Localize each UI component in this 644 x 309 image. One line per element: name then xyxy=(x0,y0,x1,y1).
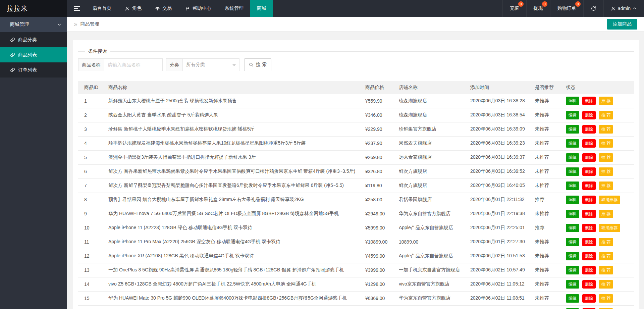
cell-price: ¥4599.00 xyxy=(362,249,395,263)
category-label: 分类 xyxy=(166,58,183,71)
nav-item-label: 交易 xyxy=(162,5,172,11)
nav-item-dashboard[interactable]: 后台首页 xyxy=(86,0,118,17)
nav-item-trade[interactable]: 交易 xyxy=(148,0,178,17)
edit-button[interactable]: 编辑 xyxy=(566,167,579,176)
cell-time: 2020年06月03日 16:39:23 xyxy=(467,136,532,150)
edit-button[interactable]: 编辑 xyxy=(566,280,579,289)
nav-item-recharge[interactable]: 0 充值 xyxy=(502,0,526,17)
sidebar-item-product-categories[interactable]: 商品分类 xyxy=(0,32,67,47)
recommend-button[interactable]: 推 荐 xyxy=(599,125,613,134)
delete-button[interactable]: 删除 xyxy=(582,252,596,260)
cell-time: 2020年06月01日 22:11:32 xyxy=(467,193,532,207)
recommend-button[interactable]: 推 荐 xyxy=(599,238,613,246)
cell-time: 2020年06月03日 16:38:54 xyxy=(467,108,532,122)
search-button-label: 搜 索 xyxy=(256,62,267,68)
cell-rec: 未推荐 xyxy=(532,249,562,263)
edit-button[interactable]: 编辑 xyxy=(566,294,579,303)
edit-button[interactable]: 编辑 xyxy=(566,125,579,134)
cell-actions: 编辑删除推 荐 xyxy=(562,150,634,164)
nav-item-withdraw[interactable]: 0 提现 xyxy=(526,0,550,17)
delete-button[interactable]: 删除 xyxy=(582,238,596,246)
sidebar-item-product-list[interactable]: 商品列表 xyxy=(0,47,67,62)
cell-name: Apple iPhone XR (A2108) 128GB 黑色 移动联通电信4… xyxy=(105,249,362,263)
link-icon xyxy=(10,37,15,42)
cell-store: Apple产品京东自营旗舰店 xyxy=(395,221,467,235)
delete-button[interactable]: 删除 xyxy=(582,210,596,218)
cell-id: 5 xyxy=(78,150,105,164)
cell-id: 4 xyxy=(78,136,105,150)
delete-button[interactable]: 删除 xyxy=(582,125,596,134)
edit-button[interactable]: 编辑 xyxy=(566,210,579,218)
recommend-button[interactable]: 推 荐 xyxy=(599,252,613,260)
recommend-button[interactable]: 推 荐 xyxy=(599,210,613,218)
delete-button[interactable]: 删除 xyxy=(582,280,596,289)
edit-button[interactable]: 编辑 xyxy=(566,266,579,274)
delete-button[interactable]: 删除 xyxy=(582,139,596,148)
category-select[interactable]: 所有分类 xyxy=(182,58,239,71)
nav-item-mall[interactable]: 商城 xyxy=(250,0,273,17)
delete-button[interactable]: 删除 xyxy=(582,97,596,105)
table-row: 2陕西金太阳大黄杏 当季水果 酸甜杏子 5斤装精选大果¥346.00琉森湖旗舰店… xyxy=(78,108,634,122)
sidebar-item-order-list[interactable]: 订单列表 xyxy=(0,62,67,78)
user-menu[interactable]: admin xyxy=(603,0,644,17)
recommend-button[interactable]: 推 荐 xyxy=(599,182,613,190)
recommend-button[interactable]: 推 荐 xyxy=(599,266,613,274)
cell-id: 6 xyxy=(78,164,105,178)
nav-item-label: 购物订单 xyxy=(557,5,576,11)
nav-item-system[interactable]: 系统管理 xyxy=(218,0,250,17)
flag-icon xyxy=(185,6,190,11)
cell-rec: 未推荐 xyxy=(532,164,562,178)
recommend-button[interactable]: 推 荐 xyxy=(599,167,613,176)
delete-button[interactable]: 删除 xyxy=(582,266,596,274)
cell-store: 君恬果园旗舰店 xyxy=(395,193,467,207)
edit-button[interactable]: 编辑 xyxy=(566,238,579,246)
recommend-button[interactable]: 推 荐 xyxy=(599,111,613,119)
nav-item-help-center[interactable]: 帮助中心 xyxy=(178,0,218,17)
search-legend: 条件搜索 xyxy=(85,48,110,54)
recommend-button[interactable]: 推 荐 xyxy=(599,97,613,105)
recommend-button[interactable]: 推 荐 xyxy=(599,153,613,162)
recommend-button[interactable]: 取消推荐 xyxy=(599,224,620,232)
recommend-button[interactable]: 推 荐 xyxy=(599,139,613,148)
table-row: 8预售】君恬果园 烟台大樱桃山东车厘子新鲜水果礼盒 28mm左右大果礼品福利 露… xyxy=(78,193,634,207)
delete-button[interactable]: 删除 xyxy=(582,167,596,176)
edit-button[interactable]: 编辑 xyxy=(566,153,579,162)
search-button[interactable]: 搜 索 xyxy=(244,58,271,71)
edit-button[interactable]: 编辑 xyxy=(566,224,579,232)
table-row: 10Apple iPhone 11 (A2223) 128GB 绿色 移动联通电… xyxy=(78,221,634,235)
cell-rec: 推荐 xyxy=(532,193,562,207)
delete-button[interactable]: 删除 xyxy=(582,153,596,162)
cell-id: 2 xyxy=(78,108,105,122)
table-row: 5澳洲金手指黑提3斤装美人指葡萄黑手指进口拇指无籽提子新鲜水果 3斤¥269.8… xyxy=(78,150,634,164)
nav-item-label: 角色 xyxy=(132,5,142,11)
recommend-button[interactable]: 推 荐 xyxy=(599,294,613,303)
recommend-button[interactable]: 推 荐 xyxy=(599,280,613,289)
cell-rec: 未推荐 xyxy=(532,122,562,136)
edit-button[interactable]: 编辑 xyxy=(566,111,579,119)
cell-id: 14 xyxy=(78,277,105,291)
delete-button[interactable]: 删除 xyxy=(582,196,596,204)
recommend-button[interactable]: 取消推荐 xyxy=(599,196,620,204)
delete-button[interactable]: 删除 xyxy=(582,224,596,232)
edit-button[interactable]: 编辑 xyxy=(566,196,579,204)
delete-button[interactable]: 删除 xyxy=(582,111,596,119)
withdraw-badge: 0 xyxy=(542,1,547,7)
product-name-input[interactable] xyxy=(104,58,163,71)
sidebar-group-mall-management[interactable]: 商城管理 xyxy=(0,17,67,32)
edit-button[interactable]: 编辑 xyxy=(566,139,579,148)
cell-price: ¥258.00 xyxy=(362,193,395,207)
cell-store: 珍鲜集官方旗舰店 xyxy=(395,122,467,136)
add-product-button[interactable]: 添加商品 xyxy=(607,19,637,30)
cell-name: 鲜次方 百香果新鲜热带水果鸡蛋果紫皮果时令应季水果果园直供酸爽可口榨汁鸡蛋果京东… xyxy=(105,164,362,178)
delete-button[interactable]: 删除 xyxy=(582,182,596,190)
breadcrumb: 商品管理 xyxy=(80,21,99,27)
refresh-button[interactable] xyxy=(583,0,603,17)
edit-button[interactable]: 编辑 xyxy=(566,97,579,105)
nav-item-roles[interactable]: 角色 xyxy=(118,0,148,17)
edit-button[interactable]: 编辑 xyxy=(566,252,579,260)
hamburger-menu-icon[interactable] xyxy=(67,0,86,17)
nav-item-orders[interactable]: 0 购物订单 xyxy=(550,0,583,17)
edit-button[interactable]: 编辑 xyxy=(566,182,579,190)
delete-button[interactable]: 删除 xyxy=(582,294,596,303)
top-navbar: 拉拉米 后台首页 角色 交易 帮助中心 系统管理 商城 0 充值 0 xyxy=(0,0,644,17)
